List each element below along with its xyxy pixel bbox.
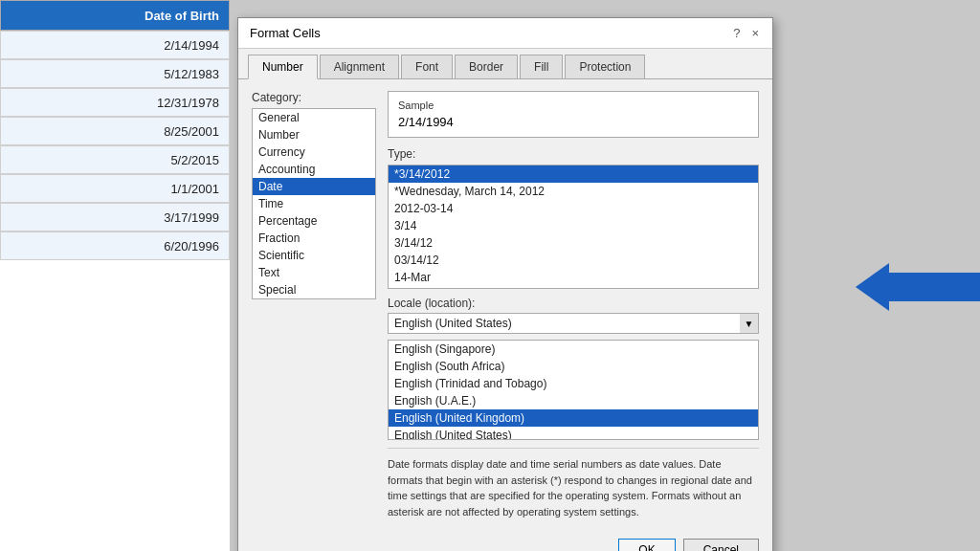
type-item[interactable]: *3/14/2012	[389, 165, 758, 183]
tab-fill[interactable]: Fill	[520, 55, 563, 78]
dialog-close-button[interactable]: ×	[749, 26, 761, 40]
locale-dropdown-container: English (United States) ▼	[388, 313, 759, 334]
locale-list[interactable]: English (Singapore)English (South Africa…	[388, 340, 759, 440]
tab-protection[interactable]: Protection	[565, 55, 645, 78]
category-item[interactable]: Fraction	[253, 230, 375, 247]
tab-alignment[interactable]: Alignment	[320, 55, 399, 78]
locale-selected-display[interactable]: English (United States)	[388, 313, 759, 334]
arrow-head-shape	[856, 263, 889, 311]
spreadsheet-cell[interactable]: 1/1/2001	[0, 174, 230, 203]
dialog-tabs: NumberAlignmentFontBorderFillProtection	[238, 49, 772, 79]
category-item[interactable]: Number	[253, 126, 375, 143]
tab-border[interactable]: Border	[455, 55, 518, 78]
type-item[interactable]: 2012-03-14	[389, 200, 758, 217]
dialog-body: Category: GeneralNumberCurrencyAccountin…	[238, 79, 772, 531]
arrow-body-shape	[889, 273, 980, 301]
type-item[interactable]: 03/14/12	[389, 252, 758, 269]
locale-dropdown-button[interactable]: ▼	[740, 313, 759, 334]
type-item[interactable]: 14-Mar	[389, 269, 758, 286]
locale-item[interactable]: English (United Kingdom)	[389, 409, 758, 427]
locale-item[interactable]: English (United States)	[389, 427, 758, 440]
category-item[interactable]: Percentage	[253, 212, 375, 230]
category-panel: Category: GeneralNumberCurrencyAccountin…	[252, 91, 376, 519]
ok-button[interactable]: OK	[618, 539, 675, 551]
locale-item[interactable]: English (South Africa)	[389, 358, 758, 375]
type-list[interactable]: *3/14/2012*Wednesday, March 14, 20122012…	[388, 165, 759, 289]
type-item[interactable]: 3/14	[389, 217, 758, 234]
category-label: Category:	[252, 91, 376, 104]
dialog-controls: ? ×	[731, 26, 761, 40]
dialog-help-button[interactable]: ?	[731, 26, 742, 40]
spreadsheet-cell[interactable]: 12/31/1978	[0, 88, 230, 117]
sample-section: Sample 2/14/1994	[388, 91, 759, 138]
category-item[interactable]: Scientific	[253, 247, 375, 264]
type-label: Type:	[388, 147, 759, 161]
format-cells-dialog: Format Cells ? × NumberAlignmentFontBord…	[237, 17, 773, 551]
type-item[interactable]: 3/14/12	[389, 234, 758, 252]
sample-label: Sample	[398, 99, 748, 111]
dialog-section: Category: GeneralNumberCurrencyAccountin…	[252, 91, 759, 519]
locale-item[interactable]: English (Trinidad and Tobago)	[389, 375, 758, 392]
category-item[interactable]: Special	[253, 281, 375, 298]
spreadsheet-cell[interactable]: 5/2/2015	[0, 145, 230, 174]
category-item[interactable]: Text	[253, 264, 375, 281]
category-list[interactable]: GeneralNumberCurrencyAccountingDateTimeP…	[252, 108, 376, 299]
blue-arrow	[856, 263, 980, 311]
category-item[interactable]: General	[253, 109, 375, 126]
right-panel: Sample 2/14/1994 Type: *3/14/2012*Wednes…	[388, 91, 759, 519]
spreadsheet-cell[interactable]: 3/17/1999	[0, 203, 230, 231]
cancel-button[interactable]: Cancel	[683, 539, 759, 551]
dialog-titlebar: Format Cells ? ×	[238, 18, 772, 49]
category-item[interactable]: Custom	[253, 298, 375, 299]
spreadsheet-cell[interactable]: 2/14/1994	[0, 31, 230, 59]
category-item[interactable]: Date	[253, 178, 375, 195]
sample-value: 2/14/1994	[398, 115, 748, 129]
spreadsheet-cell[interactable]: 5/12/1983	[0, 59, 230, 88]
spreadsheet-header: Date of Birth	[0, 0, 230, 31]
description-text: Date formats display date and time seria…	[388, 448, 759, 519]
category-item[interactable]: Time	[253, 195, 375, 212]
category-item[interactable]: Currency	[253, 143, 375, 161]
dialog-footer: OK Cancel	[238, 531, 772, 551]
tab-number[interactable]: Number	[248, 55, 318, 79]
type-item[interactable]: *Wednesday, March 14, 2012	[389, 183, 758, 200]
tab-font[interactable]: Font	[401, 55, 453, 78]
spreadsheet-cell[interactable]: 8/25/2001	[0, 117, 230, 145]
dialog-title: Format Cells	[250, 26, 321, 40]
spreadsheet-cell[interactable]: 6/20/1996	[0, 231, 230, 260]
spreadsheet: Date of Birth 2/14/19945/12/198312/31/19…	[0, 0, 230, 551]
locale-label: Locale (location):	[388, 297, 759, 310]
locale-item[interactable]: English (U.A.E.)	[389, 392, 758, 409]
locale-item[interactable]: English (Singapore)	[389, 341, 758, 358]
category-item[interactable]: Accounting	[253, 161, 375, 178]
